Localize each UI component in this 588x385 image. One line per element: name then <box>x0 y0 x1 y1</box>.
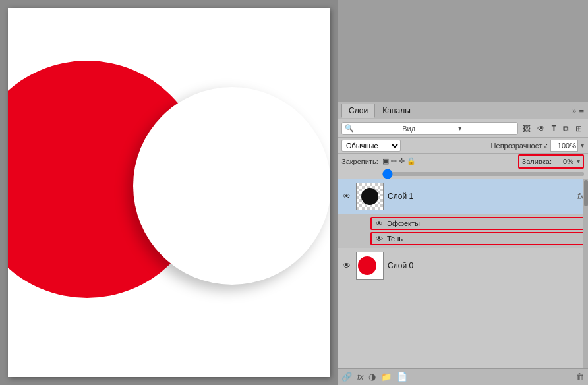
opacity-dropdown-icon[interactable]: ▾ <box>581 142 584 149</box>
thumb-white-bg <box>357 252 383 279</box>
effects-eye-icon[interactable]: 👁 <box>376 220 383 227</box>
add-layer-icon[interactable]: 📄 <box>397 372 407 382</box>
adjust-icon[interactable]: ◑ <box>368 372 376 382</box>
shadow-eye-icon[interactable]: 👁 <box>376 235 383 243</box>
tab-channels[interactable]: Каналы <box>375 104 418 118</box>
opacity-input[interactable] <box>550 140 578 152</box>
panel-bottom-toolbar: 🔗 fx ◑ 📁 📄 🗑 <box>338 368 588 385</box>
lock-move-icon[interactable]: ✛ <box>399 157 405 165</box>
effects-label: Эффекты <box>387 220 420 227</box>
layer-search-box[interactable]: 🔍 Вид ▾ <box>341 122 518 135</box>
thumb-black-circle <box>361 188 378 205</box>
fill-slider-row <box>338 169 588 179</box>
layer1-name: Слой 1 <box>388 192 573 201</box>
shadow-row[interactable]: 👁 Тень <box>370 232 584 245</box>
filter-text-icon[interactable]: T <box>550 123 558 134</box>
right-panel: Слои Каналы » ≡ 🔍 Вид ▾ 🖼 👁 T ⧉ ⊞ Обычны… <box>338 0 588 385</box>
layer1-visibility-icon[interactable]: 👁 <box>341 192 352 201</box>
delete-layer-icon[interactable]: 🗑 <box>575 372 584 382</box>
layer0-visibility-icon[interactable]: 👁 <box>341 261 352 270</box>
layer1-thumbnail <box>356 183 384 210</box>
fill-label: Заливка: <box>522 158 552 165</box>
layer0-thumbnail <box>356 252 384 280</box>
white-circle <box>133 87 330 285</box>
effects-row[interactable]: 👁 Эффекты <box>370 217 584 230</box>
effects-container: 👁 Эффекты 👁 Тень <box>338 214 588 248</box>
lock-label: Закрепить: <box>341 158 378 165</box>
canvas-content <box>8 8 330 377</box>
scrollbar-thumb[interactable] <box>584 180 588 206</box>
layer0-row[interactable]: 👁 Слой 0 <box>338 248 588 283</box>
filter-transform-icon[interactable]: ⧉ <box>561 123 571 134</box>
layer0-name: Слой 0 <box>388 261 584 270</box>
fill-slider[interactable] <box>382 172 584 176</box>
blend-opacity-row: Обычные Непрозрачность: ▾ <box>338 138 588 154</box>
search-icon: 🔍 <box>345 124 401 133</box>
fill-input[interactable] <box>554 156 575 167</box>
lock-brush-icon[interactable]: ✏ <box>391 157 397 165</box>
opacity-label: Непрозрачность: <box>491 142 548 150</box>
filter-grid-icon[interactable]: ⊞ <box>573 123 584 134</box>
top-gray-area <box>338 0 588 102</box>
tab-layers[interactable]: Слои <box>341 104 375 118</box>
search-label: Вид <box>402 125 458 133</box>
filter-eye-icon[interactable]: 👁 <box>535 123 547 134</box>
link-icon[interactable]: 🔗 <box>341 372 352 382</box>
fill-dropdown-icon[interactable]: ▾ <box>577 158 580 165</box>
scrollbar[interactable] <box>583 179 588 368</box>
canvas-area <box>0 0 338 385</box>
panel-menu-icon[interactable]: ≡ <box>579 105 584 115</box>
thumb-checker-bg <box>357 183 383 210</box>
layers-panel: Слои Каналы » ≡ 🔍 Вид ▾ 🖼 👁 T ⧉ ⊞ Обычны… <box>338 102 588 385</box>
search-dropdown-icon[interactable]: ▾ <box>458 124 514 133</box>
lock-all-icon[interactable]: 🔒 <box>407 157 416 165</box>
layers-list: 👁 Слой 1 fx 👁 Эффекты 👁 Тень <box>338 179 588 368</box>
fill-section: Заливка: ▾ <box>518 154 584 169</box>
folder-icon[interactable]: 📁 <box>381 372 392 382</box>
blend-mode-select[interactable]: Обычные <box>341 140 401 152</box>
filter-image-icon[interactable]: 🖼 <box>521 123 533 134</box>
shadow-label: Тень <box>387 235 403 243</box>
lock-fill-row: Закрепить: ▣ ✏ ✛ 🔒 Заливка: ▾ <box>338 154 588 169</box>
thumb-red-circle <box>358 256 376 275</box>
panel-tabs: Слои Каналы » ≡ <box>338 102 588 119</box>
panel-expand-icon[interactable]: » <box>572 107 576 115</box>
fx-icon[interactable]: fx <box>357 372 363 382</box>
lock-pixels-icon[interactable]: ▣ <box>382 157 389 165</box>
layer-filter-toolbar: 🔍 Вид ▾ 🖼 👁 T ⧉ ⊞ <box>338 119 588 138</box>
layer-row[interactable]: 👁 Слой 1 fx <box>338 179 588 214</box>
lock-icons-group: ▣ ✏ ✛ 🔒 <box>382 157 416 165</box>
